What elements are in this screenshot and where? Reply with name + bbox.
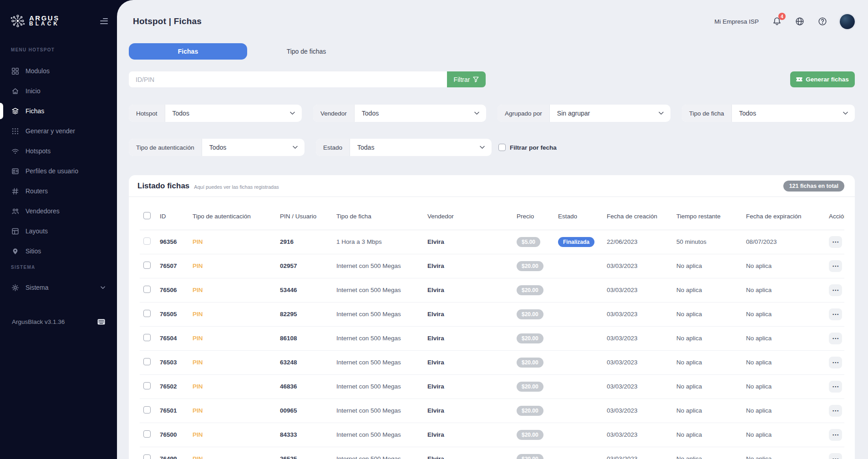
- sidebar-item-layouts[interactable]: Layouts: [0, 221, 117, 241]
- row-actions-button[interactable]: ⋯: [829, 453, 842, 459]
- menu-section-sistema: SISTEMA: [11, 265, 106, 271]
- cell-remaining: No aplica: [675, 398, 745, 423]
- row-checkbox[interactable]: [143, 310, 151, 317]
- filter-value: Todas: [350, 139, 480, 156]
- row-actions-button[interactable]: ⋯: [829, 333, 842, 344]
- row-checkbox[interactable]: [143, 430, 151, 438]
- cell-remaining: No aplica: [675, 278, 745, 302]
- cell-pin: 82295: [279, 302, 335, 326]
- cell-id: 76504: [159, 326, 192, 350]
- row-actions-button[interactable]: ⋯: [829, 405, 842, 417]
- cell-ficha-type: Internet con 500 Megas: [335, 423, 426, 447]
- table-row: 76503PIN63248Internet con 500 MegasElvir…: [140, 350, 844, 374]
- chevron-down-icon: [480, 146, 485, 149]
- sidebar-item-generar-y-vender[interactable]: Generar y vender: [0, 121, 117, 141]
- tab-fichas[interactable]: Fichas: [129, 43, 247, 60]
- id-pin-search-input[interactable]: [129, 71, 447, 87]
- argus-logo: ARGUS BLACK: [10, 13, 60, 29]
- row-actions-button[interactable]: ⋯: [829, 284, 842, 296]
- sidebar-item-hotspots[interactable]: Hotspots: [0, 141, 117, 161]
- filter-value: Todos: [355, 105, 474, 122]
- row-actions-button[interactable]: ⋯: [829, 357, 842, 368]
- filter-vendedor-select[interactable]: Vendedor Todos: [313, 105, 486, 122]
- row-actions-button[interactable]: ⋯: [829, 381, 842, 393]
- row-checkbox[interactable]: [143, 358, 151, 365]
- table-row: 76501PIN00965Internet con 500 MegasElvir…: [140, 398, 844, 423]
- fichas-table: ID Tipo de autenticación PIN / Usuario T…: [140, 197, 844, 459]
- sidebar-item-vendedores[interactable]: Vendedores: [0, 201, 117, 221]
- sidebar-item-modulos[interactable]: Modulos: [0, 61, 117, 81]
- filter-tipo-ficha-select[interactable]: Tipo de ficha Todos: [682, 105, 855, 122]
- cell-created: 22/06/2023: [606, 230, 675, 254]
- cell-expires: No aplica: [745, 278, 828, 302]
- sidebar-item-perfiles-de-usuario[interactable]: Perfiles de usuario: [0, 161, 117, 181]
- card-subtitle: Aquí puedes ver las fichas registradas: [194, 182, 279, 190]
- cell-ficha-type: Internet con 500 Megas: [335, 326, 426, 350]
- row-actions-button[interactable]: ⋯: [829, 260, 842, 272]
- generate-fichas-button[interactable]: Generar fichas: [790, 71, 855, 87]
- filter-label: Estado: [316, 139, 350, 156]
- filter-button[interactable]: Filtrar: [447, 71, 486, 87]
- dots-icon: [11, 127, 19, 135]
- sidebar-item-label: Routers: [25, 187, 48, 195]
- filter-tipo-autenticacion-select[interactable]: Tipo de autenticación Todos: [129, 139, 305, 156]
- funnel-icon: [473, 76, 479, 82]
- cell-ficha-type: Internet con 500 Megas: [335, 302, 426, 326]
- row-actions-button[interactable]: ⋯: [829, 308, 842, 320]
- cell-created: 03/03/2023: [606, 350, 675, 374]
- table-header-row: ID Tipo de autenticación PIN / Usuario T…: [140, 197, 844, 230]
- row-checkbox[interactable]: [143, 382, 151, 389]
- estado-badge: Nueva: [558, 406, 584, 416]
- estado-badge: Nueva: [558, 382, 584, 392]
- cell-expires: No aplica: [745, 447, 828, 459]
- tab-tipo-de-fichas[interactable]: Tipo de fichas: [247, 43, 365, 60]
- hash-icon: [11, 187, 19, 195]
- keyboard-icon[interactable]: [97, 319, 105, 325]
- cell-id: 76502: [159, 374, 192, 398]
- cell-vendor: Elvira: [426, 302, 516, 326]
- filter-by-date-checkbox[interactable]: [498, 144, 506, 151]
- filter-estado-select[interactable]: Estado Todas: [316, 139, 492, 156]
- globe-language-icon[interactable]: [794, 16, 805, 27]
- cell-auth-type: PIN: [192, 254, 279, 278]
- filter-button-label: Filtrar: [454, 76, 470, 83]
- cell-pin: 84333: [279, 423, 335, 447]
- notifications-bell-icon[interactable]: 4: [772, 16, 782, 27]
- cell-remaining: No aplica: [675, 326, 745, 350]
- cell-id: 76506: [159, 278, 192, 302]
- row-checkbox[interactable]: [143, 237, 151, 245]
- notification-count-badge: 4: [778, 13, 786, 20]
- cell-remaining: No aplica: [675, 254, 745, 278]
- filter-agrupado-select[interactable]: Agrupado por Sin agrupar: [497, 105, 670, 122]
- filter-label: Hotspot: [129, 105, 165, 122]
- row-checkbox[interactable]: [143, 262, 151, 269]
- cell-auth-type: PIN: [192, 423, 279, 447]
- row-checkbox[interactable]: [143, 334, 151, 341]
- sidebar-collapse-icon[interactable]: [99, 18, 108, 24]
- sidebar-item-routers[interactable]: Routers: [0, 181, 117, 201]
- row-checkbox[interactable]: [143, 286, 151, 293]
- select-all-checkbox[interactable]: [143, 212, 151, 219]
- help-icon[interactable]: [817, 16, 828, 27]
- sidebar-item-label: Generar y vender: [25, 127, 75, 135]
- price-badge: $20.00: [517, 358, 543, 368]
- row-actions-button[interactable]: ⋯: [829, 429, 842, 441]
- chevron-down-icon: [293, 146, 298, 149]
- ellipsis-icon: ⋯: [832, 407, 839, 414]
- sidebar-item-sistema[interactable]: Sistema: [0, 277, 117, 298]
- filter-hotspot-select[interactable]: Hotspot Todos: [129, 105, 302, 122]
- table-row: 76506PIN53446Internet con 500 MegasElvir…: [140, 278, 844, 302]
- ellipsis-icon: ⋯: [832, 311, 839, 318]
- row-checkbox[interactable]: [143, 406, 151, 414]
- ellipsis-icon: ⋯: [832, 455, 839, 459]
- user-avatar[interactable]: [840, 14, 855, 29]
- row-checkbox[interactable]: [143, 454, 151, 459]
- sidebar-item-sitios[interactable]: Sitios: [0, 241, 117, 261]
- sidebar-item-inicio[interactable]: Inicio: [0, 81, 117, 101]
- sidebar-item-fichas[interactable]: Fichas: [0, 101, 117, 121]
- col-header-restante: Tiempo restante: [675, 197, 745, 230]
- row-actions-button[interactable]: ⋯: [829, 236, 842, 248]
- app-version: ArgusBlack v3.1.36: [12, 318, 65, 325]
- cell-created: 03/03/2023: [606, 423, 675, 447]
- filter-by-date-label: Filtrar por fecha: [510, 144, 557, 151]
